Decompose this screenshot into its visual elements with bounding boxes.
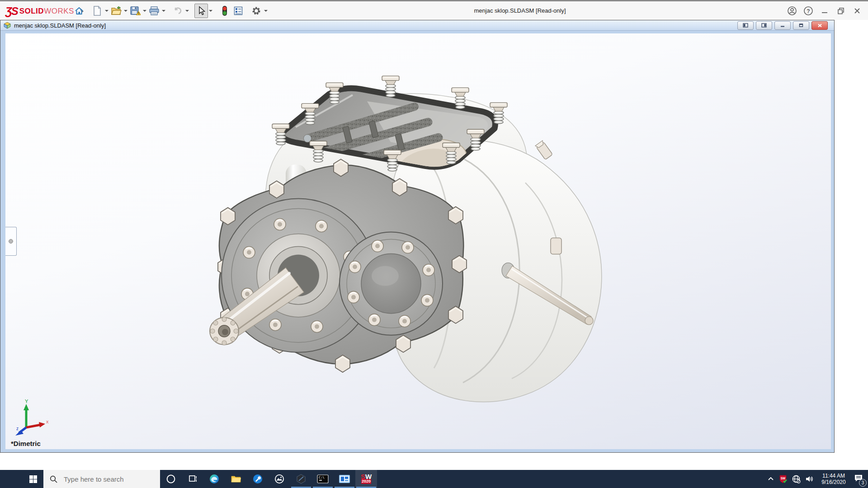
titlebar: ƷS SOLIDWORKS — [0, 0, 868, 20]
taskbar-search[interactable] — [43, 470, 160, 488]
print-dropdown[interactable] — [161, 4, 166, 18]
brand-works: WORKS — [44, 7, 74, 15]
svg-text:C:\: C:\ — [319, 476, 325, 479]
select-cursor-icon — [197, 6, 206, 16]
clock-time: 11:44 AM — [818, 473, 849, 479]
open-folder-icon — [111, 6, 122, 16]
taskbar-media-app[interactable] — [334, 470, 355, 488]
open-dropdown[interactable] — [123, 4, 128, 18]
taskbar-cortana[interactable] — [160, 470, 182, 488]
taskbar-command-prompt[interactable]: C:\ — [312, 470, 334, 488]
pane-left-icon — [743, 23, 748, 28]
help-icon: ? — [803, 6, 813, 16]
help-button[interactable]: ? — [800, 3, 816, 19]
taskbar-support-tool[interactable] — [247, 470, 269, 488]
account-icon — [787, 6, 797, 16]
rear-tab-top — [535, 141, 553, 160]
command-prompt-icon: C:\ — [317, 474, 329, 484]
save-button[interactable] — [128, 4, 142, 18]
solidworks-logo: ƷS SOLIDWORKS — [5, 5, 84, 18]
tray-expand-icon[interactable] — [767, 475, 774, 483]
new-document-icon — [93, 6, 102, 16]
document-window: menjac sklop.SLDASM [Read-only] — [0, 20, 835, 453]
taskbar-file-explorer[interactable] — [225, 470, 247, 488]
media-app-icon — [339, 474, 350, 484]
quick-access-toolbar — [72, 4, 269, 18]
home-button[interactable] — [72, 4, 86, 18]
start-button[interactable] — [0, 470, 43, 488]
undo-button[interactable] — [171, 4, 184, 18]
rebuild-button[interactable] — [218, 4, 231, 18]
options-dropdown[interactable] — [263, 4, 269, 18]
restore-icon — [836, 6, 846, 16]
taskbar-hexagon-app[interactable] — [290, 470, 312, 488]
taskbar-clock[interactable]: 11:44 AM 9/16/2020 — [818, 473, 849, 485]
doc-close-button[interactable] — [811, 21, 828, 30]
file-properties-button[interactable] — [231, 4, 245, 18]
doc-minimize-button[interactable] — [774, 21, 791, 30]
document-titlebar[interactable]: menjac sklop.SLDASM [Read-only] — [0, 20, 834, 31]
pane-right-button[interactable] — [756, 21, 772, 30]
close-button[interactable] — [849, 3, 865, 19]
document-title: menjac sklop.SLDASM [Read-only] — [14, 22, 106, 29]
clock-date: 9/16/2020 — [818, 479, 849, 485]
save-icon — [130, 6, 141, 16]
countershaft-boss[interactable] — [340, 232, 443, 335]
notification-center[interactable]: 3 — [854, 474, 863, 484]
search-input[interactable] — [63, 475, 151, 483]
close-icon — [852, 6, 862, 16]
network-globe-offline-icon[interactable] — [792, 474, 801, 483]
account-button[interactable] — [784, 3, 800, 19]
input-shaft-spline-end — [210, 317, 239, 345]
file-properties-icon — [233, 6, 243, 16]
taskbar-photos[interactable] — [269, 470, 290, 488]
assembly-document-icon — [3, 22, 11, 29]
undo-icon — [173, 6, 183, 16]
select-dropdown[interactable] — [208, 4, 213, 18]
save-dropdown[interactable] — [142, 4, 147, 18]
3ds-logo-icon: ƷS — [5, 5, 18, 18]
cortana-icon — [166, 474, 176, 484]
task-view-icon — [188, 474, 198, 484]
solidworks-monitor-tray-icon[interactable]: SW — [778, 474, 788, 483]
window-title: menjac sklop.SLDASM [Read-only] — [474, 7, 566, 14]
taskbar-edge[interactable] — [203, 470, 225, 488]
minimize-icon — [820, 6, 830, 16]
notification-count-badge: 3 — [859, 479, 867, 487]
options-button[interactable] — [250, 4, 263, 18]
svg-text:?: ? — [807, 8, 810, 14]
print-button[interactable] — [147, 4, 161, 18]
svg-text:z: z — [16, 426, 19, 431]
taskbar-task-view[interactable] — [182, 470, 203, 488]
taskbar-solidworks[interactable]: SW 2020 — [355, 470, 377, 488]
view-orientation-label: *Dimetric — [11, 440, 41, 447]
doc-restore-button[interactable] — [793, 21, 809, 30]
feature-tree-splitter-tab[interactable] — [5, 227, 17, 256]
pane-left-button[interactable] — [737, 21, 754, 30]
rebuild-traffic-light-icon — [222, 5, 228, 16]
windows-logo-icon — [29, 475, 37, 483]
new-document-button[interactable] — [90, 4, 104, 18]
open-button[interactable] — [109, 4, 123, 18]
doc-minimize-icon — [780, 23, 785, 28]
gearbox-assembly-model[interactable] — [5, 33, 831, 449]
speaker-icon[interactable] — [805, 474, 814, 483]
select-button[interactable] — [194, 4, 208, 18]
minimize-button[interactable] — [816, 3, 833, 19]
svg-text:SW: SW — [781, 477, 786, 480]
hexagon-app-icon — [296, 474, 307, 484]
print-icon — [149, 6, 160, 16]
graphics-viewport[interactable]: Y x z *Dimetric — [5, 33, 831, 449]
wrench-circle-icon — [252, 474, 263, 484]
system-tray: SW 11:44 AM 9/16/2020 3 — [767, 470, 868, 488]
taskbar: C:\ SW 2020 SW 11:44 AM 9/16/2020 3 — [0, 470, 868, 488]
new-document-dropdown[interactable] — [104, 4, 109, 18]
restore-button[interactable] — [833, 3, 849, 19]
home-icon — [74, 6, 84, 16]
undo-dropdown[interactable] — [184, 4, 190, 18]
doc-close-icon — [817, 23, 822, 28]
options-gear-icon — [251, 6, 261, 16]
rear-tab-side — [551, 238, 561, 254]
edge-icon — [209, 474, 220, 484]
doc-restore-icon — [798, 23, 804, 28]
